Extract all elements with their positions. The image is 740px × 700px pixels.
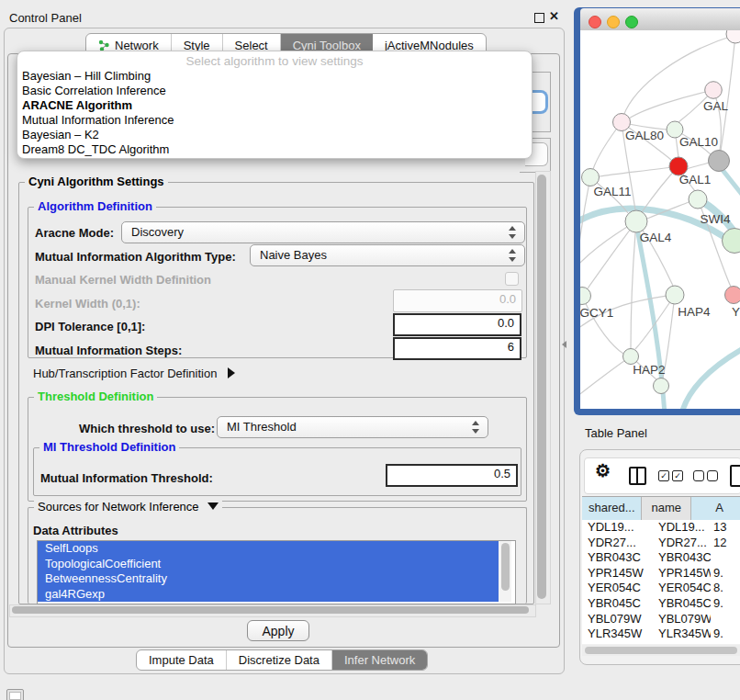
settings-vscrollbar-thumb[interactable] xyxy=(537,175,546,599)
table-cell: YIL052C xyxy=(582,642,653,644)
dpi-tolerance-field[interactable]: 0.0 xyxy=(393,313,521,336)
mi-type-combo[interactable]: Naive Bayes xyxy=(250,244,525,266)
minimized-panel-icon[interactable] xyxy=(6,689,24,700)
gear-icon[interactable]: ⚙ xyxy=(595,460,611,481)
list-scrollbar-thumb[interactable] xyxy=(501,543,510,591)
zoom-traffic-light[interactable] xyxy=(625,16,638,28)
table-cell: YLR345W xyxy=(653,627,711,642)
close-icon[interactable]: ✕ xyxy=(549,9,559,23)
mi-threshold-field[interactable]: 0.5 xyxy=(386,464,518,487)
algorithm-option[interactable]: Mutual Information Inference xyxy=(17,113,532,128)
column-header-shared-name[interactable]: shared... xyxy=(582,497,642,520)
network-node[interactable] xyxy=(666,286,684,304)
unchecked-checkbox-icon[interactable] xyxy=(707,470,718,481)
network-edge xyxy=(629,90,713,119)
tab-impute-data[interactable]: Impute Data xyxy=(137,650,227,670)
group-title: Threshold Definition xyxy=(34,390,157,403)
algorithm-option[interactable]: Basic Correlation Inference xyxy=(17,84,532,98)
table-row[interactable]: YLR345WYLR345W9. xyxy=(582,627,740,642)
data-attribute-item[interactable]: gal4RGexp xyxy=(38,587,501,603)
table-hscrollbar-thumb[interactable] xyxy=(585,647,737,654)
settings-hscrollbar-thumb[interactable] xyxy=(12,606,529,614)
kernel-width-field[interactable]: 0.0 xyxy=(393,289,522,312)
network-node[interactable] xyxy=(623,349,639,365)
network-node[interactable] xyxy=(580,288,591,305)
close-traffic-light[interactable] xyxy=(589,16,601,28)
data-attributes-list[interactable]: SelfLoopsTopologicalCoefficientBetweenne… xyxy=(37,540,516,604)
data-attribute-item[interactable]: SelfLoops xyxy=(38,541,501,557)
network-graph: GALGAL80GAL10GAL1GAL11GAL4SWI4GCY1HAP4YH… xyxy=(580,30,740,409)
network-node[interactable] xyxy=(705,82,723,99)
apply-button[interactable]: Apply xyxy=(247,620,309,641)
tab-infer-network[interactable]: Infer Network xyxy=(332,650,427,670)
network-node[interactable] xyxy=(725,287,740,304)
column-header-name[interactable]: name xyxy=(642,497,691,520)
network-node[interactable] xyxy=(726,30,740,43)
table-cell: YLR345W xyxy=(582,627,653,642)
network-edge xyxy=(687,163,709,169)
network-node[interactable] xyxy=(689,190,707,209)
sources-title: Sources for Network Inference xyxy=(38,500,199,514)
dropdown-placeholder: Select algorithm to view settings xyxy=(17,51,532,69)
data-attribute-item[interactable]: TopologicalCoefficient xyxy=(38,557,501,572)
network-canvas[interactable]: GALGAL80GAL10GAL1GAL11GAL4SWI4GCY1HAP4YH… xyxy=(580,30,740,409)
splitter-arrow-icon[interactable] xyxy=(562,341,566,348)
table-cell: 9. xyxy=(711,566,740,581)
tab-discretize-data[interactable]: Discretize Data xyxy=(227,650,332,670)
algorithm-option[interactable]: Bayesian – Hill Climbing xyxy=(17,69,532,84)
mi-steps-label: Mutual Information Steps: xyxy=(35,344,182,357)
hub-definition-label: Hub/Transcription Factor Definition xyxy=(33,367,217,380)
network-node[interactable] xyxy=(709,151,730,172)
aracne-mode-combo[interactable]: Discovery xyxy=(121,221,525,243)
tab-label: Impute Data xyxy=(149,653,214,667)
table-row[interactable]: YDR27...YDR27...12 xyxy=(582,536,740,551)
table-row[interactable]: YPR145WYPR145W9. xyxy=(582,566,740,581)
table-row[interactable]: YER054CYER054C8. xyxy=(582,581,740,596)
combo-value: MI Threshold xyxy=(227,420,297,434)
table-row[interactable]: YBR045CYBR045C9. xyxy=(582,596,740,612)
spinner-arrows-icon xyxy=(509,226,516,239)
network-node[interactable] xyxy=(723,229,740,254)
which-threshold-label: Which threshold to use: xyxy=(79,422,215,435)
group-title: Cyni Algorithm Settings xyxy=(25,175,168,188)
mi-steps-field[interactable]: 6 xyxy=(393,337,521,360)
table-cell: YBL079W xyxy=(582,612,653,627)
network-node[interactable] xyxy=(654,378,669,394)
table-row[interactable]: YDL19...YDL19...13 xyxy=(582,520,740,536)
unchecked-checkbox-icon[interactable] xyxy=(693,470,704,481)
table-cell: YPR145W xyxy=(653,566,711,581)
network-node-label: HAP4 xyxy=(678,305,711,319)
network-window-titlebar[interactable] xyxy=(580,8,740,31)
spinner-arrows-icon xyxy=(472,421,479,434)
table-cell: YDR27... xyxy=(582,536,653,551)
data-attributes-label: Data Attributes xyxy=(33,524,118,537)
table-row[interactable]: YBL079WYBL079W xyxy=(582,612,740,627)
network-edge xyxy=(580,356,631,396)
network-node[interactable] xyxy=(582,169,600,186)
which-threshold-combo[interactable]: MI Threshold xyxy=(217,416,488,438)
table-cell: YBR043C xyxy=(653,550,711,566)
table-cell: YBR043C xyxy=(582,550,653,566)
algorithm-option[interactable]: Bayesian – K2 xyxy=(17,128,532,142)
table-cell: YDL19... xyxy=(653,520,711,536)
hub-definition-toggle[interactable]: Hub/Transcription Factor Definition xyxy=(33,367,235,380)
network-node-label: GAL4 xyxy=(640,231,672,244)
float-window-icon[interactable] xyxy=(534,13,544,23)
table-row[interactable]: YBR043CYBR043C xyxy=(582,550,740,566)
table-row[interactable]: YIL052CYIL052C9. xyxy=(582,642,740,644)
data-attribute-item[interactable]: BetweennessCentrality xyxy=(38,571,501,587)
column-header-partial[interactable]: A xyxy=(691,497,740,520)
network-node[interactable] xyxy=(625,210,647,232)
checked-checkbox-icon[interactable]: ✓ xyxy=(658,470,669,481)
document-icon[interactable] xyxy=(730,465,740,487)
manual-kernel-checkbox[interactable] xyxy=(505,272,519,286)
table-cell xyxy=(711,550,740,566)
checked-checkbox-icon[interactable]: ✓ xyxy=(672,470,683,481)
split-columns-icon[interactable] xyxy=(629,467,646,485)
network-edge xyxy=(631,221,636,348)
algorithm-option[interactable]: Dream8 DC_TDC Algorithm xyxy=(17,142,532,157)
algorithm-option[interactable]: ARACNE Algorithm xyxy=(17,98,532,113)
manual-kernel-label: Manual Kernel Width Definition xyxy=(35,273,211,287)
minimize-traffic-light[interactable] xyxy=(607,16,620,28)
sources-toggle[interactable]: Sources for Network Inference xyxy=(34,500,222,514)
